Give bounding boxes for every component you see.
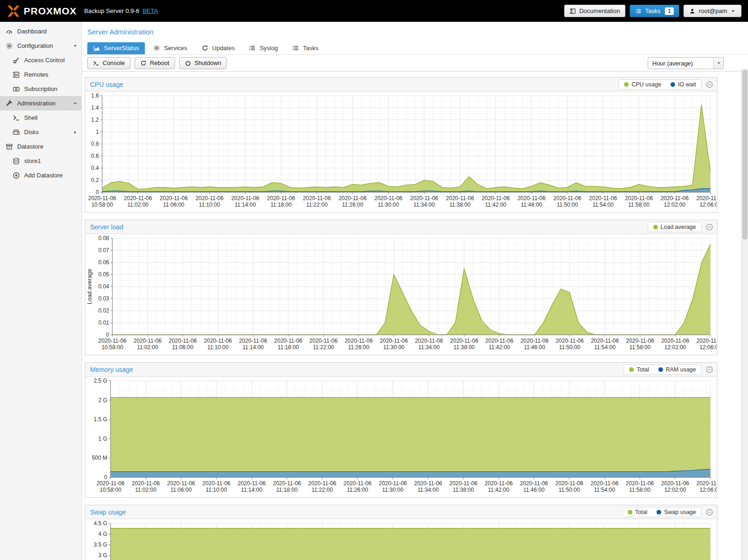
collapse-panel-icon[interactable] <box>706 508 713 516</box>
svg-text:1.6: 1.6 <box>91 93 99 99</box>
page-title: Server Administration <box>82 22 748 40</box>
svg-text:11:26:00: 11:26:00 <box>347 487 368 493</box>
svg-text:2020-11-06: 2020-11-06 <box>134 338 162 344</box>
sidebar-item-label: store1 <box>24 157 41 164</box>
svg-text:11:10:00: 11:10:00 <box>207 344 228 351</box>
svg-text:2020-11-06: 2020-11-06 <box>169 338 197 344</box>
chart-area-icon <box>93 45 100 52</box>
caret-down-icon[interactable] <box>72 100 78 107</box>
legend-label: IO wait <box>678 81 696 88</box>
panel-title: Swap usage <box>90 508 126 516</box>
tab-services[interactable]: Services <box>147 42 193 54</box>
svg-text:0.07: 0.07 <box>98 247 110 254</box>
server-toolbar: Console Reboot Shutdown Hour (average) <box>82 54 748 72</box>
caret-right-icon[interactable] <box>72 129 78 136</box>
svg-text:2020-11-06: 2020-11-06 <box>696 195 717 202</box>
svg-text:2020-11-06: 2020-11-06 <box>380 338 408 344</box>
sidebar-item-remotes[interactable]: Remotes <box>0 67 81 82</box>
svg-text:11:34:00: 11:34:00 <box>418 344 440 351</box>
svg-text:11:38:00: 11:38:00 <box>449 202 471 208</box>
scrollbar-thumb[interactable] <box>742 70 748 240</box>
gauge-icon <box>6 28 13 35</box>
sidebar-item-add-datastore[interactable]: Add Datastore <box>0 168 81 182</box>
tab-serverstatus[interactable]: ServerStatus <box>87 42 145 54</box>
svg-text:11:50:00: 11:50:00 <box>559 344 580 351</box>
sidebar-item-shell[interactable]: Shell <box>0 111 81 125</box>
user-menu-button[interactable]: root@pam <box>683 5 741 17</box>
svg-text:11:22:00: 11:22:00 <box>306 202 327 208</box>
svg-text:0.4: 0.4 <box>91 165 99 171</box>
svg-text:11:46:00: 11:46:00 <box>523 487 545 493</box>
svg-text:4 G: 4 G <box>98 531 107 537</box>
vertical-scrollbar[interactable] <box>741 69 748 560</box>
chart-legend: Total RAM usage <box>624 365 702 375</box>
svg-text:0.04: 0.04 <box>98 283 110 290</box>
panel-header: Memory usage Total RAM usage <box>85 363 717 377</box>
chart-legend: Total Swap usage <box>622 507 702 517</box>
svg-text:11:22:00: 11:22:00 <box>313 344 334 351</box>
svg-text:2020-11-06: 2020-11-06 <box>449 480 478 487</box>
gears-icon <box>6 42 13 50</box>
tab-syslog[interactable]: Syslog <box>243 42 284 54</box>
svg-text:12:02:00: 12:02:00 <box>664 344 686 351</box>
server-load-chart: 00.010.020.030.040.050.060.070.082020-11… <box>85 235 717 354</box>
sidebar-item-administration[interactable]: Administration <box>0 96 81 111</box>
svg-text:2020-11-06: 2020-11-06 <box>231 195 260 202</box>
beta-link[interactable]: BETA <box>143 7 158 14</box>
shutdown-button[interactable]: Shutdown <box>179 57 227 69</box>
svg-text:2020-11-06: 2020-11-06 <box>132 480 160 487</box>
svg-text:2020-11-06: 2020-11-06 <box>202 480 231 487</box>
server-load-panel: Server load Load average 00.010.020.030.… <box>85 220 717 355</box>
chevron-down-icon[interactable] <box>713 58 723 69</box>
collapse-panel-icon[interactable] <box>706 366 713 373</box>
svg-text:11:10:00: 11:10:00 <box>206 487 227 493</box>
svg-text:4.5 G: 4.5 G <box>94 521 107 527</box>
tasks-button[interactable]: Tasks 1 <box>630 5 679 17</box>
console-button[interactable]: Console <box>87 57 130 69</box>
svg-text:12:06:00: 12:06:00 <box>700 487 717 493</box>
terminal-icon <box>93 60 99 66</box>
svg-text:10:58:00: 10:58:00 <box>100 487 122 493</box>
legend-item: IO wait <box>670 81 696 88</box>
svg-text:0: 0 <box>104 474 107 481</box>
svg-text:2020-11-06: 2020-11-06 <box>414 480 442 487</box>
svg-text:11:42:00: 11:42:00 <box>485 202 507 208</box>
proxmox-x-icon <box>7 4 20 18</box>
sidebar-item-configuration[interactable]: Configuration <box>0 39 81 53</box>
svg-text:2020-11-06: 2020-11-06 <box>374 195 403 202</box>
book-icon <box>570 8 576 14</box>
svg-text:11:26:00: 11:26:00 <box>348 344 369 351</box>
svg-text:11:54:00: 11:54:00 <box>592 202 614 208</box>
legend-dot <box>628 510 632 514</box>
panel-title: Memory usage <box>90 366 133 373</box>
svg-text:2020-11-06: 2020-11-06 <box>338 195 367 202</box>
svg-text:1.5 G: 1.5 G <box>94 416 107 423</box>
sidebar-item-access-control[interactable]: Access Control <box>0 53 81 67</box>
legend-label: Load average <box>661 224 696 230</box>
svg-text:11:58:00: 11:58:00 <box>629 487 650 493</box>
sidebar-item-dashboard[interactable]: Dashboard <box>0 24 81 39</box>
sidebar-item-subscription[interactable]: Subscription <box>0 82 81 96</box>
tab-updates[interactable]: Updates <box>195 42 241 54</box>
svg-text:2020-11-06: 2020-11-06 <box>239 338 267 344</box>
sidebar-item-store1[interactable]: store1 <box>0 154 81 168</box>
sidebar-item-disks[interactable]: Disks <box>0 125 81 139</box>
documentation-button[interactable]: Documentation <box>564 5 625 17</box>
svg-text:11:58:00: 11:58:00 <box>628 202 650 208</box>
svg-text:11:14:00: 11:14:00 <box>241 487 262 493</box>
collapse-panel-icon[interactable] <box>706 81 713 88</box>
svg-text:11:38:00: 11:38:00 <box>454 344 475 351</box>
svg-text:3.5 G: 3.5 G <box>94 541 107 548</box>
panel-body: 0500 M1 G1.5 G2 G2.5 G2020-11-0610:58:00… <box>85 377 717 497</box>
timeframe-value: Hour (average) <box>648 60 713 67</box>
svg-text:2020-11-06: 2020-11-06 <box>696 480 717 487</box>
svg-text:11:22:00: 11:22:00 <box>312 487 333 493</box>
collapse-panel-icon[interactable] <box>706 223 713 231</box>
reboot-button[interactable]: Reboot <box>135 57 175 69</box>
sidebar-item-datastore[interactable]: Datastore <box>0 139 81 154</box>
tab-tasks[interactable]: Tasks <box>286 42 324 54</box>
svg-text:2020-11-06: 2020-11-06 <box>124 195 152 202</box>
svg-text:0.08: 0.08 <box>98 235 110 241</box>
timeframe-select[interactable]: Hour (average) <box>648 57 724 69</box>
caret-down-icon[interactable] <box>72 43 78 49</box>
